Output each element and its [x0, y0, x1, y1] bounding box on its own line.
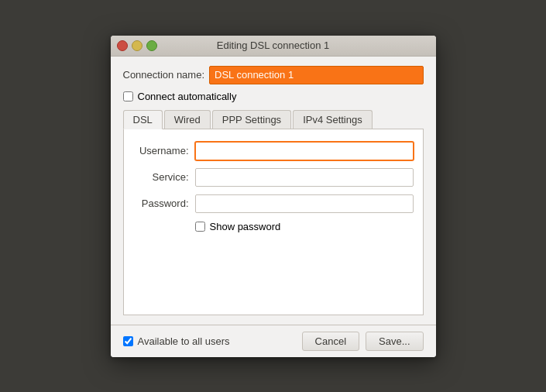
service-input[interactable]: [195, 168, 414, 187]
show-password-checkbox[interactable]: [195, 222, 205, 232]
tab-content-dsl: Username: Service: Password: Show passwo…: [123, 129, 424, 315]
title-bar: Editing DSL connection 1: [111, 36, 436, 57]
auto-connect-label: Connect automatically: [138, 91, 237, 102]
dialog-footer: Available to all users Cancel Save...: [111, 325, 436, 357]
tab-dsl[interactable]: DSL: [123, 110, 163, 129]
tab-ipv4-settings[interactable]: IPv4 Settings: [293, 110, 373, 129]
window-controls: [117, 40, 157, 51]
minimize-button[interactable]: [132, 40, 143, 51]
password-input[interactable]: [195, 194, 414, 213]
auto-connect-checkbox[interactable]: [123, 91, 133, 101]
connection-name-row: Connection name:: [123, 66, 424, 84]
service-label: Service:: [133, 171, 195, 183]
connection-name-input[interactable]: [209, 66, 423, 84]
save-button[interactable]: Save...: [366, 332, 423, 351]
password-label: Password:: [133, 198, 195, 209]
tab-ppp-settings[interactable]: PPP Settings: [212, 110, 291, 129]
username-row: Username:: [133, 142, 414, 160]
password-row: Password:: [133, 194, 414, 213]
connection-name-label: Connection name:: [123, 69, 205, 81]
tabs-bar: DSL Wired PPP Settings IPv4 Settings: [123, 110, 424, 129]
close-button[interactable]: [117, 40, 128, 51]
dialog-window: Editing DSL connection 1 Connection name…: [111, 36, 436, 357]
auto-connect-row: Connect automatically: [123, 91, 424, 102]
maximize-button[interactable]: [146, 40, 157, 51]
show-password-label: Show password: [210, 221, 281, 232]
cancel-button[interactable]: Cancel: [302, 332, 359, 351]
show-password-row: Show password: [133, 221, 414, 232]
available-users-label: Available to all users: [138, 335, 230, 347]
window-title: Editing DSL connection 1: [217, 40, 330, 51]
tab-wired[interactable]: Wired: [164, 110, 211, 129]
available-users-checkbox[interactable]: [123, 336, 133, 346]
dialog-body: Connection name: Connect automatically D…: [111, 57, 436, 325]
footer-buttons: Cancel Save...: [302, 332, 424, 351]
available-users-row: Available to all users: [123, 335, 230, 347]
username-input[interactable]: [195, 142, 414, 160]
service-row: Service:: [133, 168, 414, 187]
username-label: Username:: [133, 145, 195, 156]
